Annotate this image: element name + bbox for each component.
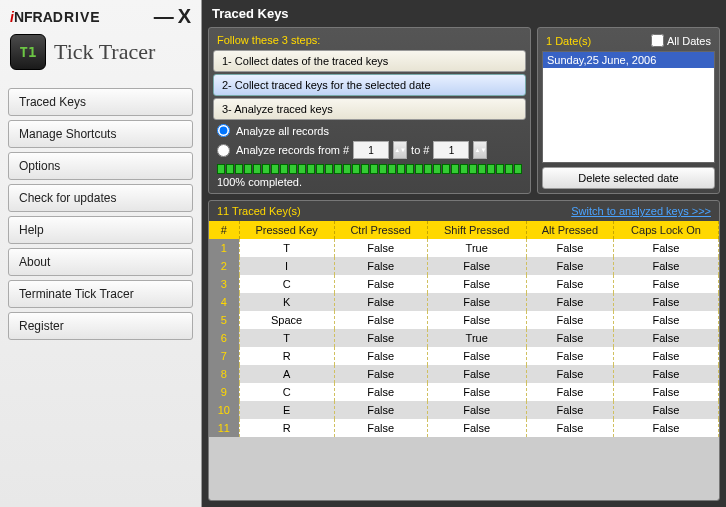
cell-shift: False (427, 347, 526, 365)
all-dates-label: All Dates (667, 35, 711, 47)
main-panel: Traced Keys Follow these 3 steps: 1- Col… (202, 0, 726, 507)
cell-caps: False (613, 311, 718, 329)
table-row[interactable]: 8AFalseFalseFalseFalse (209, 365, 719, 383)
from-spinner[interactable]: ▲▼ (393, 141, 407, 159)
cell-shift: False (427, 401, 526, 419)
all-dates-control: All Dates (651, 34, 711, 47)
cell-n: 4 (209, 293, 239, 311)
col-shift[interactable]: Shift Pressed (427, 221, 526, 239)
cell-key: C (239, 383, 334, 401)
cell-n: 9 (209, 383, 239, 401)
cell-alt: False (526, 311, 613, 329)
cell-n: 7 (209, 347, 239, 365)
cell-n: 2 (209, 257, 239, 275)
menu-terminate[interactable]: Terminate Tick Tracer (8, 280, 193, 308)
col-pressed-key[interactable]: Pressed Key (239, 221, 334, 239)
dates-list[interactable]: Sunday,25 June, 2006 (542, 51, 715, 163)
cell-ctrl: False (334, 383, 427, 401)
close-button[interactable]: X (178, 5, 191, 28)
cell-alt: False (526, 239, 613, 257)
range-to-input[interactable] (433, 141, 469, 159)
col-alt[interactable]: Alt Pressed (526, 221, 613, 239)
cell-shift: False (427, 275, 526, 293)
cell-n: 6 (209, 329, 239, 347)
table-row[interactable]: 3CFalseFalseFalseFalse (209, 275, 719, 293)
sidebar-top: iNFRADRIVE — X (0, 0, 201, 28)
cell-key: K (239, 293, 334, 311)
table-row[interactable]: 9CFalseFalseFalseFalse (209, 383, 719, 401)
switch-keys-link[interactable]: Switch to analyzed keys >>> (571, 205, 711, 217)
cell-caps: False (613, 365, 718, 383)
cell-caps: False (613, 329, 718, 347)
cell-ctrl: False (334, 293, 427, 311)
date-item[interactable]: Sunday,25 June, 2006 (543, 52, 714, 68)
delete-date-button[interactable]: Delete selected date (542, 167, 715, 189)
sidebar: iNFRADRIVE — X T1 Tick Tracer Traced Key… (0, 0, 202, 507)
menu-options[interactable]: Options (8, 152, 193, 180)
cell-key: R (239, 347, 334, 365)
table-row[interactable]: 5SpaceFalseFalseFalseFalse (209, 311, 719, 329)
menu-manage-shortcuts[interactable]: Manage Shortcuts (8, 120, 193, 148)
cell-key: E (239, 401, 334, 419)
upper-panels: Follow these 3 steps: 1- Collect dates o… (202, 27, 726, 200)
table-row[interactable]: 6TFalseTrueFalseFalse (209, 329, 719, 347)
sidebar-menu: Traced Keys Manage Shortcuts Options Che… (0, 80, 201, 348)
minimize-button[interactable]: — (154, 5, 174, 28)
steps-heading: Follow these 3 steps: (213, 32, 526, 50)
analyze-range-mid: to # (411, 144, 429, 156)
cell-alt: False (526, 257, 613, 275)
progress-bar (213, 161, 526, 175)
menu-about[interactable]: About (8, 248, 193, 276)
table-row[interactable]: 2IFalseFalseFalseFalse (209, 257, 719, 275)
table-row[interactable]: 10EFalseFalseFalseFalse (209, 401, 719, 419)
cell-alt: False (526, 419, 613, 437)
window-controls: — X (154, 5, 191, 28)
col-caps[interactable]: Caps Lock On (613, 221, 718, 239)
cell-shift: False (427, 311, 526, 329)
step-3-button[interactable]: 3- Analyze traced keys (213, 98, 526, 120)
cell-alt: False (526, 383, 613, 401)
to-spinner[interactable]: ▲▼ (473, 141, 487, 159)
cell-caps: False (613, 419, 718, 437)
table-row[interactable]: 4KFalseFalseFalseFalse (209, 293, 719, 311)
cell-ctrl: False (334, 419, 427, 437)
analyze-all-row: Analyze all records (213, 122, 526, 139)
cell-n: 3 (209, 275, 239, 293)
cell-caps: False (613, 347, 718, 365)
cell-alt: False (526, 365, 613, 383)
menu-register[interactable]: Register (8, 312, 193, 340)
cell-caps: False (613, 401, 718, 419)
brand-middle: NFRA (14, 9, 53, 25)
all-dates-checkbox[interactable] (651, 34, 664, 47)
col-ctrl[interactable]: Ctrl Pressed (334, 221, 427, 239)
cell-ctrl: False (334, 239, 427, 257)
cell-alt: False (526, 293, 613, 311)
range-from-input[interactable] (353, 141, 389, 159)
step-2-button[interactable]: 2- Collect traced keys for the selected … (213, 74, 526, 96)
cell-shift: False (427, 257, 526, 275)
cell-alt: False (526, 401, 613, 419)
analyze-range-prefix: Analyze records from # (236, 144, 349, 156)
step-1-button[interactable]: 1- Collect dates of the traced keys (213, 50, 526, 72)
logo-row: T1 Tick Tracer (0, 28, 201, 80)
cell-shift: True (427, 239, 526, 257)
cell-n: 1 (209, 239, 239, 257)
menu-traced-keys[interactable]: Traced Keys (8, 88, 193, 116)
brand-suffix: DRIVE (53, 9, 101, 25)
cell-key: R (239, 419, 334, 437)
cell-key: A (239, 365, 334, 383)
analyze-range-radio[interactable] (217, 144, 230, 157)
cell-alt: False (526, 329, 613, 347)
menu-help[interactable]: Help (8, 216, 193, 244)
cell-ctrl: False (334, 365, 427, 383)
menu-check-updates[interactable]: Check for updates (8, 184, 193, 212)
table-row[interactable]: 1TFalseTrueFalseFalse (209, 239, 719, 257)
table-row[interactable]: 7RFalseFalseFalseFalse (209, 347, 719, 365)
analyze-all-radio[interactable] (217, 124, 230, 137)
keys-grid[interactable]: # Pressed Key Ctrl Pressed Shift Pressed… (209, 221, 719, 500)
keys-count: 11 Traced Key(s) (217, 205, 301, 217)
cell-caps: False (613, 239, 718, 257)
col-index[interactable]: # (209, 221, 239, 239)
keys-header: 11 Traced Key(s) Switch to analyzed keys… (209, 201, 719, 221)
table-row[interactable]: 11RFalseFalseFalseFalse (209, 419, 719, 437)
